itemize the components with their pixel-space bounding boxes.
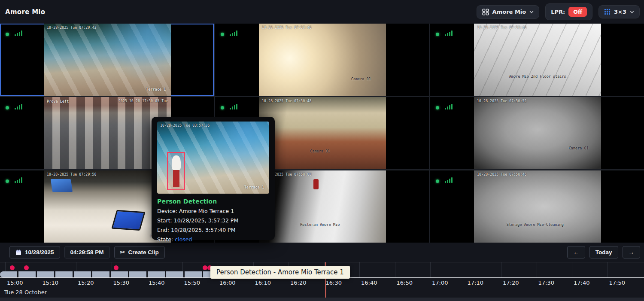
event-dot[interactable] [10, 265, 15, 270]
camera-name-overlay: Restoran Amore Mio [300, 222, 340, 227]
tick-label: 15:30 [113, 280, 129, 286]
tick-label: 16:20 [290, 280, 306, 286]
detection-state-label: State: [157, 236, 175, 243]
signal-bars-icon [445, 30, 453, 36]
online-dot-icon [6, 106, 9, 109]
detection-title: Person Detection [157, 198, 269, 205]
video-frame: 10-28-2025 Tue 07:50:46 Storage Amore Mi… [474, 170, 601, 243]
camera-name-overlay: Prova Left [47, 99, 69, 103]
video-frame: 10-28-2025 Tue 07:50:46 Camera 01 [259, 24, 386, 96]
date-value: 10/28/2025 [25, 249, 54, 255]
tick-label: 15:00 [7, 280, 23, 286]
fire-extinguisher-decoration [313, 179, 319, 189]
previous-day-button[interactable]: ← [567, 246, 585, 258]
online-dot-icon [221, 106, 224, 109]
create-clip-label: Create Clip [128, 249, 159, 255]
online-dot-icon [436, 33, 439, 36]
camera-tile-camera-01-office[interactable]: 10-28-2025 Tue 07:50:52 Camera 01 [430, 97, 644, 169]
video-frame: 10-28-2025 Tue 07:50:46 Amore Mio 2nd Fl… [474, 24, 601, 96]
camera-name-overlay: Camera 01 [310, 149, 330, 153]
tick-label: 16:00 [219, 280, 235, 286]
camera-name-overlay: Camera 01 [351, 77, 371, 81]
camera-status [6, 104, 22, 109]
today-button[interactable]: Today [589, 246, 618, 258]
camera-timestamp: 10-28-2025 Tue 07:50:48 [262, 99, 311, 103]
page-title: Amore Mio [4, 8, 45, 16]
lpr-toggle-group: LPR: Off [545, 3, 592, 20]
signal-bars-icon [445, 104, 453, 109]
signal-bars-icon [15, 30, 22, 36]
camera-timestamp: 2025-10-28 17:50:03 Tue [118, 99, 168, 103]
camera-status [436, 177, 453, 183]
tick-label: 15:10 [43, 280, 58, 286]
detected-person-decoration [173, 170, 179, 187]
tick-label: 15:40 [149, 280, 164, 286]
event-dot[interactable] [114, 265, 118, 270]
tick-gridline [395, 262, 395, 278]
signal-bars-icon [15, 104, 22, 109]
camera-status [436, 104, 453, 109]
camera-tile-2nd-floor-stairs[interactable]: 10-28-2025 Tue 07:50:46 Amore Mio 2nd Fl… [430, 24, 644, 96]
signal-bars-icon [230, 104, 237, 109]
header-bar: Amore Mio Amore Mio LPR: Off 3×3 [0, 0, 644, 24]
event-dot[interactable] [24, 265, 29, 270]
signal-bars-icon [445, 177, 453, 183]
tick-gridline [501, 262, 501, 278]
tick-label: 16:40 [361, 280, 377, 286]
online-dot-icon [6, 33, 9, 36]
camera-tile-storage[interactable]: 10-28-2025 Tue 07:50:46 Storage Amore Mi… [430, 170, 644, 243]
online-dot-icon [436, 106, 439, 109]
camera-timestamp: 10-28-2025 Tue 07:50:46 [262, 26, 311, 30]
layout-selector-dropdown[interactable]: 3×3 [598, 5, 640, 18]
camera-tile-camera-01-yard[interactable]: 10-28-2025 Tue 07:50:46 Camera 01 [215, 24, 429, 96]
tick-label: 16:30 [326, 280, 342, 286]
video-frame: 10-28-2025 Tue 07:50:08 Restoran Amore M… [259, 170, 386, 243]
detection-start: Start: 10/28/2025, 3:57:32 PM [157, 217, 269, 224]
playback-toolbar: 10/28/2025 04:29:58 PM ✂ Create Clip ← T… [0, 243, 644, 262]
lpr-label: LPR: [551, 9, 565, 15]
calendar-icon [15, 249, 21, 255]
timeline-scrubber[interactable]: 15:0015:1015:2015:3015:4015:5016:0016:10… [0, 262, 644, 301]
group-selector-dropdown[interactable]: Amore Mio [477, 5, 540, 19]
detection-state-value[interactable]: closed [175, 236, 192, 243]
detection-state: State: closed [157, 236, 269, 243]
tick-label: 17:30 [538, 280, 554, 286]
online-dot-icon [221, 33, 224, 36]
camera-name-overlay: Amore Mio 2nd Floor stairs [509, 74, 566, 79]
camera-timestamp: 10-28-2025 Tue 07:50:46 [477, 26, 526, 30]
tick-label: 17:50 [609, 280, 625, 286]
camera-status [6, 30, 22, 36]
date-picker-button[interactable]: 10/28/2025 [9, 246, 60, 258]
thumbnail-timestamp: 10-28-2025 Tue 03:57:36 [160, 124, 210, 128]
arrow-left-icon: ← [573, 249, 579, 255]
current-time-display: 04:29:58 PM [64, 246, 110, 258]
online-dot-icon [436, 179, 439, 183]
toolbar-left-group: 10/28/2025 04:29:58 PM ✂ Create Clip [9, 246, 165, 258]
tick-label: 17:40 [574, 280, 589, 286]
tick-label: 17:00 [432, 280, 448, 286]
timeline-scrollbar[interactable] [0, 298, 644, 301]
recorded-segment-bar[interactable] [0, 271, 222, 277]
camera-timestamp: 10-28-2025 Tue 07:29:43 [47, 26, 96, 30]
detection-bounding-box [167, 152, 185, 190]
grid-2x2-icon [482, 9, 489, 15]
lpr-off-badge[interactable]: Off [568, 7, 587, 17]
camera-tile-terrace-1[interactable]: 10-28-2025 Tue 07:29:43 Terrace 1 [0, 24, 214, 96]
event-dot[interactable] [203, 265, 207, 270]
camera-timestamp: 10-28-2025 Tue 07:29:50 [47, 173, 96, 176]
camera-status [6, 177, 22, 183]
camera-name-overlay: Terrace 1 [146, 87, 166, 91]
time-value: 04:29:58 PM [70, 249, 104, 255]
tick-gridline [608, 262, 608, 278]
create-clip-button[interactable]: ✂ Create Clip [114, 246, 165, 258]
tick-label: 16:50 [397, 280, 413, 286]
video-frame: 10-28-2025 Tue 07:29:43 Terrace 1 [44, 24, 171, 96]
next-day-button[interactable]: → [623, 246, 641, 258]
camera-timestamp: 10-28-2025 Tue 07:50:46 [477, 173, 526, 176]
detection-thumbnail[interactable]: 10-28-2025 Tue 03:57:36 Terrace 1 [157, 122, 269, 194]
tick-gridline [466, 262, 466, 278]
tick-gridline [359, 262, 360, 278]
camera-status [221, 104, 237, 109]
camera-name-overlay: Storage Amore Mio-Cleaning [507, 222, 564, 227]
tick-label: 16:10 [255, 280, 271, 286]
